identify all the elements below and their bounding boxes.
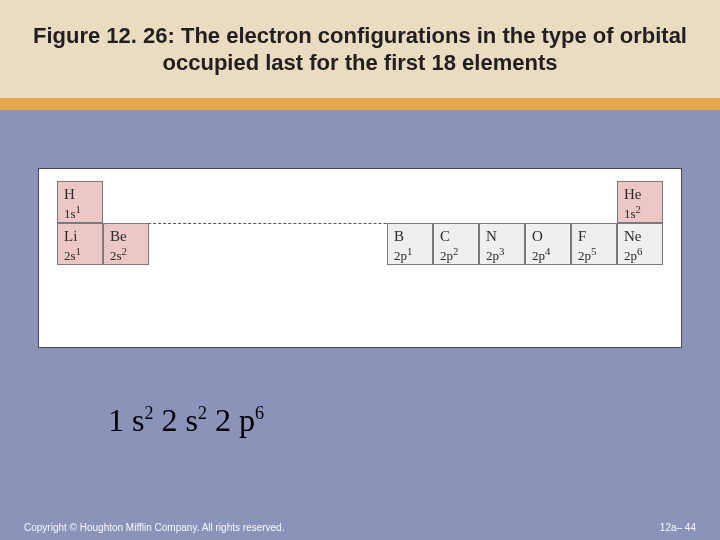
element-symbol: Li	[64, 228, 96, 245]
element-cell-Be: Be 2s2	[103, 223, 149, 265]
element-config: 1s2	[624, 203, 656, 222]
element-config: 2p3	[486, 245, 518, 264]
element-config: 2p4	[532, 245, 564, 264]
element-cell-Ne: Ne 2p6	[617, 223, 663, 265]
element-symbol: He	[624, 186, 656, 203]
page-number: 12a– 44	[660, 522, 696, 533]
element-config: 2p2	[440, 245, 472, 264]
electron-configuration-summary: 1 s2 2 s2 2 p6	[108, 402, 264, 439]
element-cell-H: H 1s1	[57, 181, 103, 223]
title-band: Figure 12. 26: The electron configuratio…	[0, 0, 720, 98]
slide: Figure 12. 26: The electron configuratio…	[0, 0, 720, 540]
element-config: 2p6	[624, 245, 656, 264]
element-symbol: O	[532, 228, 564, 245]
element-config: 1s1	[64, 203, 96, 222]
element-config: 2s2	[110, 245, 142, 264]
element-symbol: Be	[110, 228, 142, 245]
element-cell-C: C 2p2	[433, 223, 479, 265]
footer: Copyright © Houghton Mifflin Company. Al…	[0, 518, 720, 540]
element-cell-Li: Li 2s1	[57, 223, 103, 265]
element-symbol: H	[64, 186, 96, 203]
element-config: 2p5	[578, 245, 610, 264]
element-cell-N: N 2p3	[479, 223, 525, 265]
element-symbol: F	[578, 228, 610, 245]
element-config: 2s1	[64, 245, 96, 264]
figure-title: Figure 12. 26: The electron configuratio…	[28, 22, 692, 77]
element-cell-B: B 2p1	[387, 223, 433, 265]
copyright-text: Copyright © Houghton Mifflin Company. Al…	[24, 522, 284, 533]
periodic-table-figure: H 1s1 He 1s2 Li 2s1 Be 2s2 B 2p1 C 2p2 N…	[38, 168, 682, 348]
accent-stripe	[0, 98, 720, 110]
element-symbol: B	[394, 228, 426, 245]
element-config: 2p1	[394, 245, 426, 264]
element-symbol: N	[486, 228, 518, 245]
element-symbol: Ne	[624, 228, 656, 245]
element-cell-He: He 1s2	[617, 181, 663, 223]
element-symbol: C	[440, 228, 472, 245]
element-cell-O: O 2p4	[525, 223, 571, 265]
element-cell-F: F 2p5	[571, 223, 617, 265]
